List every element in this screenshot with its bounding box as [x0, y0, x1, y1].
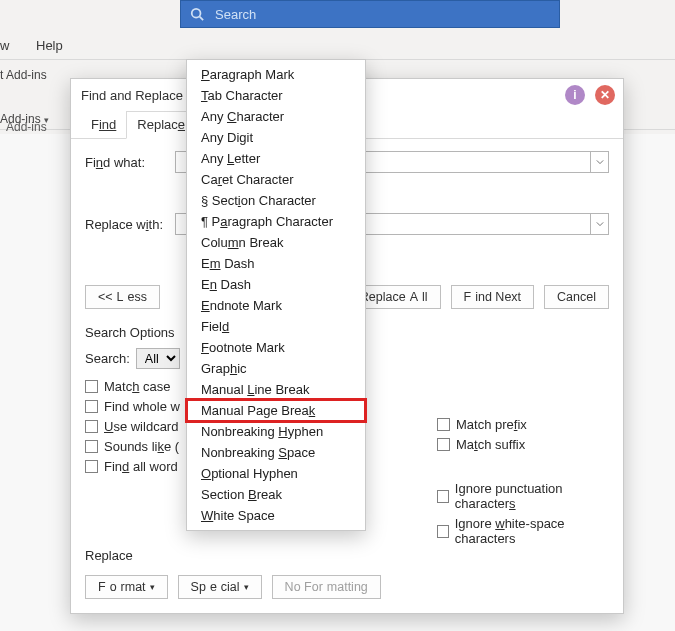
tab-find[interactable]: Find [81, 112, 126, 138]
search-direction-select[interactable]: All [136, 348, 180, 369]
replace-section-header: Replace [85, 548, 133, 563]
dialog-close-button[interactable]: ✕ [595, 85, 615, 105]
chk-match-prefix[interactable]: Match prefix [437, 417, 527, 432]
svg-line-1 [200, 17, 204, 21]
special-menu-item[interactable]: Field [187, 316, 365, 337]
svg-point-0 [192, 9, 201, 18]
checkbox-icon [85, 420, 98, 433]
special-menu-item[interactable]: Column Break [187, 232, 365, 253]
special-menu-item[interactable]: Manual Page Break [187, 400, 365, 421]
ribbon-tabs: w Help [0, 34, 675, 60]
search-placeholder: Search [215, 7, 256, 22]
format-button[interactable]: Format▾ [85, 575, 168, 599]
chevron-down-icon[interactable] [590, 214, 608, 234]
special-button[interactable]: Special▾ [178, 575, 262, 599]
chk-ignore-whitespace[interactable]: Ignore white-space characters [437, 516, 609, 546]
special-menu-item[interactable]: Any Digit [187, 127, 365, 148]
special-menu-item[interactable]: § Section Character [187, 190, 365, 211]
less-button[interactable]: << Less [85, 285, 160, 309]
find-what-label: Find what: [85, 155, 175, 170]
special-menu-item[interactable]: White Space [187, 505, 365, 526]
special-menu-item[interactable]: Any Character [187, 106, 365, 127]
special-menu-item[interactable]: Manual Line Break [187, 379, 365, 400]
special-menu-item[interactable]: Footnote Mark [187, 337, 365, 358]
ribbon-get-addins[interactable]: t Add-ins [0, 68, 47, 82]
special-menu-item[interactable]: Any Letter [187, 148, 365, 169]
special-menu-item[interactable]: Paragraph Mark [187, 64, 365, 85]
ribbon-tab-help[interactable]: Help [36, 38, 63, 53]
ribbon-tab-partial[interactable]: w [0, 38, 9, 53]
special-menu-item[interactable]: Graphic [187, 358, 365, 379]
chevron-down-icon: ▾ [244, 582, 249, 592]
chk-ignore-punctuation[interactable]: Ignore punctuation characters [437, 481, 609, 511]
checkbox-icon [437, 418, 450, 431]
checkbox-icon [85, 380, 98, 393]
checkbox-icon [437, 525, 449, 538]
checkbox-icon [85, 400, 98, 413]
search-direction-label: Search: [85, 351, 130, 366]
special-menu-item[interactable]: Optional Hyphen [187, 463, 365, 484]
chevron-down-icon: ▾ [150, 582, 155, 592]
checkbox-icon [85, 440, 98, 453]
checkbox-icon [85, 460, 98, 473]
checkbox-icon [437, 438, 450, 451]
app-search-bar[interactable]: Search [180, 0, 560, 28]
chk-match-suffix[interactable]: Match suffix [437, 437, 527, 452]
checkbox-icon [437, 490, 449, 503]
special-menu-item[interactable]: Em Dash [187, 253, 365, 274]
dialog-help-button[interactable]: i [565, 85, 585, 105]
special-menu-item[interactable]: Caret Character [187, 169, 365, 190]
replace-with-label: Replace with: [85, 217, 175, 232]
special-menu-item[interactable]: En Dash [187, 274, 365, 295]
special-menu-item[interactable]: ¶ Paragraph Character [187, 211, 365, 232]
special-menu-item[interactable]: Nonbreaking Space [187, 442, 365, 463]
search-icon [185, 2, 209, 26]
chevron-down-icon[interactable] [590, 152, 608, 172]
special-menu-item[interactable]: Endnote Mark [187, 295, 365, 316]
special-menu-item[interactable]: Tab Character [187, 85, 365, 106]
cancel-button[interactable]: Cancel [544, 285, 609, 309]
no-formatting-button[interactable]: No Formatting [272, 575, 381, 599]
special-menu-item[interactable]: Section Break [187, 484, 365, 505]
special-menu-item[interactable]: Nonbreaking Hyphen [187, 421, 365, 442]
ribbon-group-addins: Add-ins [6, 120, 47, 134]
find-next-button[interactable]: Find Next [451, 285, 535, 309]
special-menu: Paragraph MarkTab CharacterAny Character… [186, 59, 366, 531]
